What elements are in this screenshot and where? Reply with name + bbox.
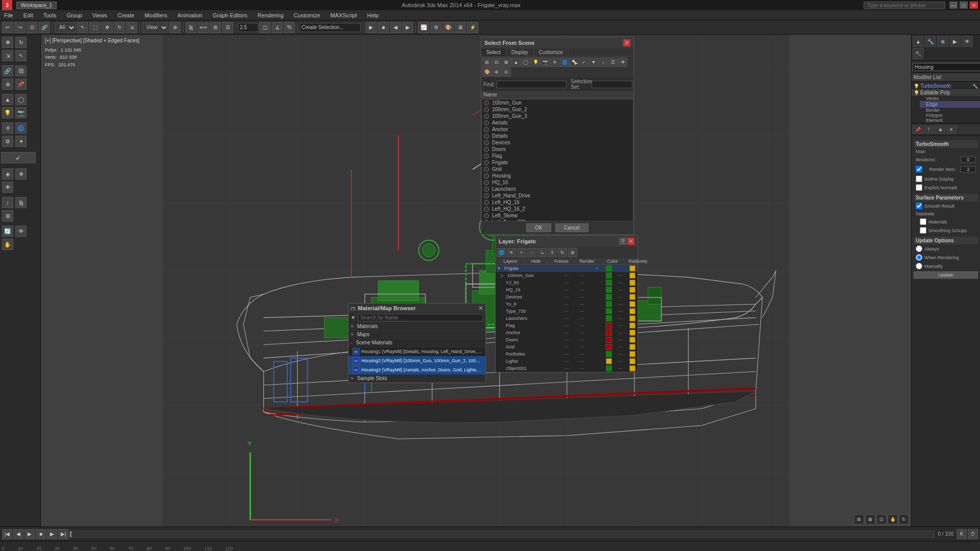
tb-scale[interactable]: ⇲	[126, 22, 137, 33]
menu-file[interactable]: File	[2, 12, 15, 18]
search-input[interactable]	[864, 2, 945, 9]
tool-mirror2[interactable]: ⧎	[15, 197, 27, 208]
tb-link[interactable]: 🔗	[39, 22, 50, 33]
ss-tb-sort[interactable]: ↕	[599, 58, 608, 67]
tool-hide[interactable]: 👁	[2, 182, 13, 193]
tool-pan[interactable]: ✋	[2, 239, 13, 250]
poly-sub-element[interactable]: Element	[920, 118, 980, 123]
tb-angle-snap[interactable]: ∡	[272, 22, 283, 33]
layer-object001[interactable]: Object001 — — —	[496, 365, 638, 372]
layer-doors[interactable]: Doors — — —	[496, 336, 638, 343]
rp-utilities[interactable]: 🔨	[913, 48, 924, 59]
layer-color-type730[interactable]	[606, 308, 612, 314]
list-item-launchers[interactable]: Launchers	[482, 186, 633, 192]
tb-align[interactable]: ⟺	[198, 22, 209, 33]
selection-set-input[interactable]	[592, 81, 632, 88]
menu-rendering[interactable]: Rendering	[256, 12, 286, 18]
poly-sub-vertex[interactable]: Vertex	[920, 96, 980, 101]
tool-helpers[interactable]: ✛	[2, 122, 13, 134]
menu-edit[interactable]: Edit	[21, 12, 35, 18]
layer-anchor[interactable]: Anchor — — —	[496, 329, 638, 336]
layer-color-lights[interactable]	[606, 358, 612, 364]
ss-tb-expand[interactable]: ⊕	[492, 67, 501, 77]
mat-maps-section[interactable]: + Maps	[349, 331, 485, 339]
tb-quick-render[interactable]: ⚡	[467, 22, 478, 33]
layer-radiosity-frigate[interactable]	[629, 265, 635, 271]
tool-xform[interactable]: ↕	[2, 197, 13, 208]
workspace-button[interactable]: Workspace_1	[16, 2, 57, 9]
tool-freeze[interactable]: ❄	[15, 168, 27, 180]
timeline-ruler[interactable]: 0 10 20 30 40 50 60 70 80 90 100 110 120	[0, 541, 980, 551]
tb-coord-center[interactable]: ⊕	[169, 22, 181, 33]
layer-color-object001[interactable]	[606, 365, 612, 371]
vp-maximize[interactable]: ⊞	[854, 514, 864, 524]
list-item-100mm-gun[interactable]: 100mm_Gun	[482, 99, 633, 106]
layer-color-100mm[interactable]	[606, 272, 612, 279]
tb-select-obj[interactable]: ⊡	[27, 22, 38, 33]
tool-select[interactable]: ↖	[15, 50, 27, 61]
object-name-input[interactable]: Housing	[913, 63, 980, 71]
layer-100mm-gun[interactable]: ▷ 100mm_Gun — — —	[496, 272, 638, 279]
tb-pct-snap[interactable]: %	[284, 22, 295, 33]
list-item-flag[interactable]: Flag	[482, 153, 633, 159]
anim-time-config[interactable]: ⏱	[968, 529, 978, 539]
rp-display[interactable]: 👁	[962, 36, 973, 47]
list-item-left-hq16-2[interactable]: Left_HQ_16_2	[482, 206, 633, 212]
ts-isoline-check[interactable]	[916, 176, 922, 182]
layer-tb-select-in[interactable]: ↘	[537, 248, 547, 257]
ss-tb-shapes[interactable]: ◯	[521, 58, 530, 67]
tool-unlink[interactable]: ⛓	[15, 65, 27, 77]
radio-left-hq16[interactable]	[484, 200, 489, 205]
layer-yj83[interactable]: YJ_83 — — —	[496, 279, 638, 286]
ts-materials-check[interactable]	[920, 218, 926, 225]
layer-tb-select-high[interactable]: ⇑	[548, 248, 557, 257]
ss-tb-color[interactable]: 🎨	[482, 67, 492, 77]
menu-maxscript[interactable]: MAXScript	[328, 12, 359, 18]
mat-search-input[interactable]	[358, 314, 483, 321]
layer-flag[interactable]: Flag — — —	[496, 322, 638, 329]
layer-frigate[interactable]: ▼ Frigate ✓	[496, 265, 638, 272]
tool-geo[interactable]: ▲	[2, 94, 13, 105]
anim-play[interactable]: ▶	[24, 529, 35, 539]
tb-prev-frame[interactable]: ◀	[390, 22, 401, 33]
tb-schematic[interactable]: ⚙	[430, 22, 442, 33]
ss-tb-cameras[interactable]: 📷	[541, 58, 550, 67]
show-end-btn[interactable]: ⊤	[924, 126, 934, 134]
ss-tb-display[interactable]: 👁	[618, 58, 627, 67]
menu-create[interactable]: Create	[115, 12, 136, 18]
layer-color-hq16[interactable]	[606, 287, 612, 293]
tb-filter-dropdown[interactable]: All	[55, 22, 76, 33]
tb-material-editor[interactable]: 🎨	[443, 22, 454, 33]
menu-views[interactable]: Views	[90, 12, 109, 18]
mat-item-housing2[interactable]: M Housing2 (VRayMtl) [100mm_Gun, 100mm_G…	[349, 356, 485, 365]
tool-link[interactable]: 🔗	[2, 65, 13, 77]
layer-color-yu8[interactable]	[606, 301, 612, 307]
mat-materials-section[interactable]: + Materials	[349, 322, 485, 331]
radio-frigate[interactable]	[484, 160, 489, 165]
menu-animation[interactable]: Animation	[176, 12, 205, 18]
close-button[interactable]: ✕	[970, 2, 978, 9]
ss-tb-geo[interactable]: ▲	[511, 58, 521, 67]
layer-portholes[interactable]: Portholes — — —	[496, 350, 638, 358]
tb-redo[interactable]: ↪	[14, 22, 26, 33]
find-input[interactable]	[497, 81, 567, 88]
layer-tb-expand[interactable]: ⊕	[568, 248, 577, 257]
tb-move[interactable]: ✥	[102, 22, 113, 33]
anim-next-frame[interactable]: ▶	[47, 529, 57, 539]
menu-tools[interactable]: Tools	[41, 12, 59, 18]
layer-color-doors[interactable]	[606, 337, 612, 343]
rp-modify[interactable]: 🔧	[925, 36, 936, 47]
radio-hq16[interactable]	[484, 180, 489, 185]
radio-devices[interactable]	[484, 140, 489, 145]
layer-lights[interactable]: Lights — — —	[496, 358, 638, 365]
radio-housing[interactable]	[484, 173, 489, 179]
select-scene-ok[interactable]: OK	[526, 223, 551, 232]
radio-flag[interactable]	[484, 154, 489, 159]
layer-tb-new[interactable]: 🌐	[497, 248, 506, 257]
anim-prev-key[interactable]: |◀	[2, 529, 12, 539]
viewport-3d[interactable]: X Y	[41, 35, 911, 527]
layer-color-devices[interactable]	[606, 294, 612, 300]
tool-bind[interactable]: ⊕	[2, 79, 13, 90]
layer-devices[interactable]: Devices — — —	[496, 293, 638, 300]
tb-select[interactable]: ↖	[77, 22, 88, 33]
